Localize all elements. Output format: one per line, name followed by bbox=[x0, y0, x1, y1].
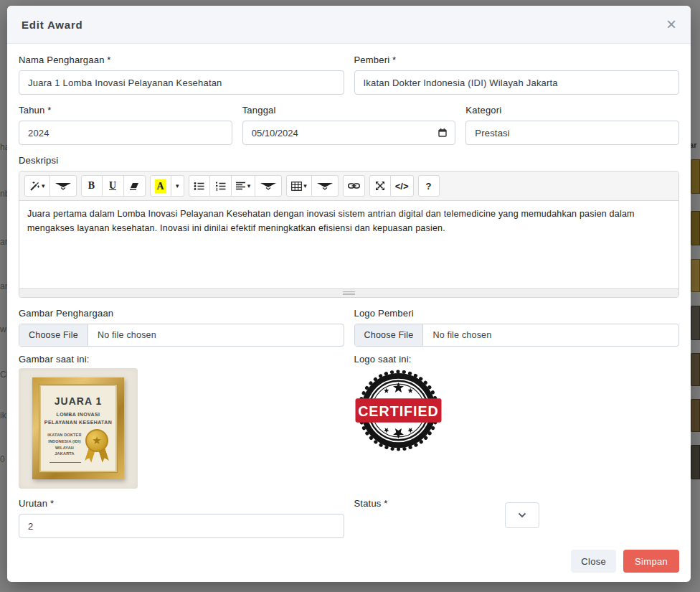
backdrop-thumbnail bbox=[691, 306, 700, 340]
drag-handle-icon bbox=[343, 291, 355, 296]
help-button[interactable]: ? bbox=[418, 175, 440, 197]
kategori-label: Kategori bbox=[465, 105, 679, 116]
certified-text: CERTIFIED bbox=[358, 403, 439, 419]
calendar-icon[interactable] bbox=[438, 128, 448, 138]
tanggal-label: Tanggal bbox=[242, 105, 456, 116]
eraser-icon bbox=[129, 182, 140, 191]
deskripsi-editable-area[interactable]: Juara pertama dalam Lomba Inovasi Pelaya… bbox=[19, 201, 678, 289]
nama-penghargaan-label: Nama Penghargaan * bbox=[19, 55, 344, 65]
pemberi-label: Pemberi * bbox=[354, 55, 680, 65]
current-award-image: JUARA 1 LOMBA INOVASI PELAYANAN KESEHATA… bbox=[19, 368, 138, 489]
file-status-text: No file chosen bbox=[88, 324, 166, 346]
gold-medal-icon: ★ bbox=[85, 429, 108, 452]
urutan-input[interactable] bbox=[19, 514, 344, 538]
backdrop-thumbnail bbox=[691, 445, 700, 479]
backdrop-thumbnail bbox=[691, 353, 700, 386]
close-icon[interactable]: × bbox=[666, 16, 676, 33]
deskripsi-label: Deskripsi bbox=[19, 155, 679, 166]
table-chevron-button[interactable] bbox=[312, 175, 339, 197]
tahun-input[interactable] bbox=[19, 121, 232, 145]
arrows-expand-icon bbox=[375, 181, 385, 191]
backdrop-thumbnail bbox=[691, 399, 700, 432]
backdrop-thumbnail bbox=[691, 211, 700, 245]
certified-seal-icon: CERTIFIED bbox=[354, 368, 443, 453]
urutan-label: Urutan * bbox=[19, 498, 344, 509]
ordered-list-button[interactable] bbox=[210, 175, 232, 197]
magic-wand-icon bbox=[29, 181, 40, 192]
unordered-list-icon bbox=[194, 182, 204, 191]
backdrop-thumbnail bbox=[691, 159, 700, 194]
rich-text-editor: ▾ B U A ▾ bbox=[19, 171, 679, 298]
paragraph-align-icon bbox=[236, 182, 246, 190]
tanggal-date-input[interactable] bbox=[242, 121, 456, 145]
award-subtitle-2: PELAYANAN KESEHATAN bbox=[44, 420, 112, 425]
chevron-down-icon bbox=[518, 512, 526, 518]
award-title: JUARA 1 bbox=[39, 395, 117, 407]
editor-resize-handle[interactable] bbox=[19, 289, 678, 297]
ordered-list-icon bbox=[215, 182, 226, 191]
paragraph-chevron-button[interactable] bbox=[255, 175, 282, 197]
font-color-caret-button[interactable]: ▾ bbox=[171, 175, 184, 197]
kategori-input[interactable] bbox=[465, 121, 679, 145]
link-chain-icon bbox=[348, 182, 360, 189]
font-color-button[interactable]: A bbox=[150, 175, 171, 197]
tahun-label: Tahun * bbox=[19, 105, 232, 116]
file-status-text: No file chosen bbox=[423, 324, 501, 346]
underline-button[interactable]: U bbox=[103, 175, 124, 197]
chevron-down-icon bbox=[316, 182, 334, 190]
clear-format-button[interactable] bbox=[124, 175, 146, 197]
modal-footer: Close Simpan bbox=[7, 538, 691, 582]
award-subtitle-1: LOMBA INOVASI bbox=[57, 412, 100, 417]
editor-toolbar: ▾ B U A ▾ bbox=[19, 172, 678, 201]
edit-award-modal: Edit Award × Nama Penghargaan * Pemberi … bbox=[7, 6, 691, 582]
award-frame: JUARA 1 LOMBA INOVASI PELAYANAN KESEHATA… bbox=[32, 377, 124, 479]
table-button[interactable]: ▾ bbox=[286, 175, 312, 197]
chevron-down-icon bbox=[55, 182, 72, 190]
award-issuer-text: IKATAN DOKTER INDONESIA (IDI) WILAYAH JA… bbox=[46, 432, 83, 457]
modal-body: Nama Penghargaan * Pemberi * Tahun * Tan… bbox=[7, 44, 691, 538]
code-view-button[interactable]: </> bbox=[391, 175, 414, 197]
style-chevron-button[interactable] bbox=[50, 175, 77, 197]
logo-saat-ini-label: Logo saat ini: bbox=[354, 354, 680, 365]
gambar-file-input[interactable]: Choose File No file chosen bbox=[19, 324, 344, 347]
gambar-saat-ini-label: Gambar saat ini: bbox=[19, 354, 344, 365]
paragraph-align-button[interactable]: ▾ bbox=[232, 175, 256, 197]
unordered-list-button[interactable] bbox=[189, 175, 210, 197]
logo-file-input[interactable]: Choose File No file chosen bbox=[354, 324, 680, 347]
signature-line bbox=[49, 462, 81, 463]
pemberi-input[interactable] bbox=[354, 70, 680, 95]
backdrop-thumbnail bbox=[691, 259, 700, 292]
bold-button[interactable]: B bbox=[81, 175, 103, 197]
style-dropdown-button[interactable]: ▾ bbox=[24, 175, 50, 197]
choose-file-button[interactable]: Choose File bbox=[355, 324, 424, 346]
table-grid-icon bbox=[291, 182, 302, 191]
modal-header: Edit Award × bbox=[7, 6, 691, 44]
tanggal-value[interactable] bbox=[252, 128, 438, 138]
current-logo-image: CERTIFIED bbox=[354, 368, 443, 453]
modal-title: Edit Award bbox=[22, 19, 83, 31]
close-button[interactable]: Close bbox=[571, 550, 616, 573]
logo-pemberi-label: Logo Pemberi bbox=[354, 308, 680, 319]
status-select[interactable] bbox=[505, 502, 539, 528]
simpan-button[interactable]: Simpan bbox=[623, 550, 679, 573]
nama-penghargaan-input[interactable] bbox=[19, 70, 344, 95]
fullscreen-button[interactable] bbox=[369, 175, 391, 197]
choose-file-button[interactable]: Choose File bbox=[19, 324, 88, 346]
gambar-penghargaan-label: Gambar Penghargaan bbox=[19, 308, 344, 319]
insert-link-button[interactable] bbox=[343, 175, 365, 197]
chevron-down-icon bbox=[260, 182, 277, 190]
